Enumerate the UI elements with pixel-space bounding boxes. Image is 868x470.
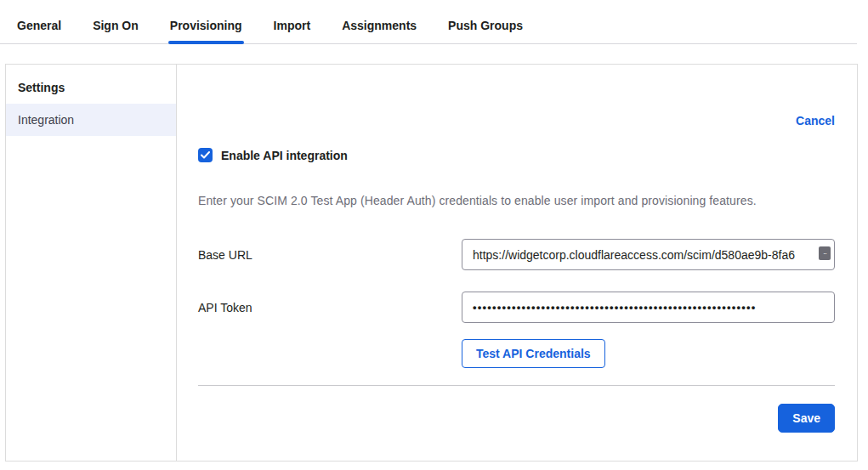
text-cursor-block: ·· [819,246,831,260]
tab-assignments[interactable]: Assignments [342,19,417,43]
sidebar-item-integration[interactable]: Integration [6,104,176,136]
tab-push-groups[interactable]: Push Groups [448,19,523,43]
footer-divider [198,385,835,386]
tab-sign-on[interactable]: Sign On [93,19,139,43]
enable-api-checkbox[interactable] [198,148,213,162]
base-url-input[interactable] [462,239,835,270]
tab-import[interactable]: Import [274,19,311,43]
tab-provisioning[interactable]: Provisioning [170,19,242,43]
api-token-input[interactable] [462,292,835,323]
app-tab-bar: General Sign On Provisioning Import Assi… [0,0,857,44]
integration-settings-form: Cancel Enable API integration Enter your… [177,65,857,461]
tab-general[interactable]: General [17,19,61,43]
provisioning-panel: Settings Integration Cancel Enable API i… [5,64,858,462]
base-url-row: Base URL ·· [198,239,835,270]
settings-sidebar: Settings Integration [6,65,177,461]
base-url-label: Base URL [198,248,462,262]
sidebar-header: Settings [6,71,176,104]
enable-api-label: Enable API integration [221,149,348,162]
api-token-label: API Token [198,301,462,314]
checkmark-icon [201,151,210,159]
test-api-credentials-button[interactable]: Test API Credentials [462,339,605,368]
api-token-row: API Token [198,292,835,323]
save-button[interactable]: Save [778,404,835,433]
cancel-button[interactable]: Cancel [796,114,835,127]
credentials-description: Enter your SCIM 2.0 Test App (Header Aut… [198,194,835,207]
